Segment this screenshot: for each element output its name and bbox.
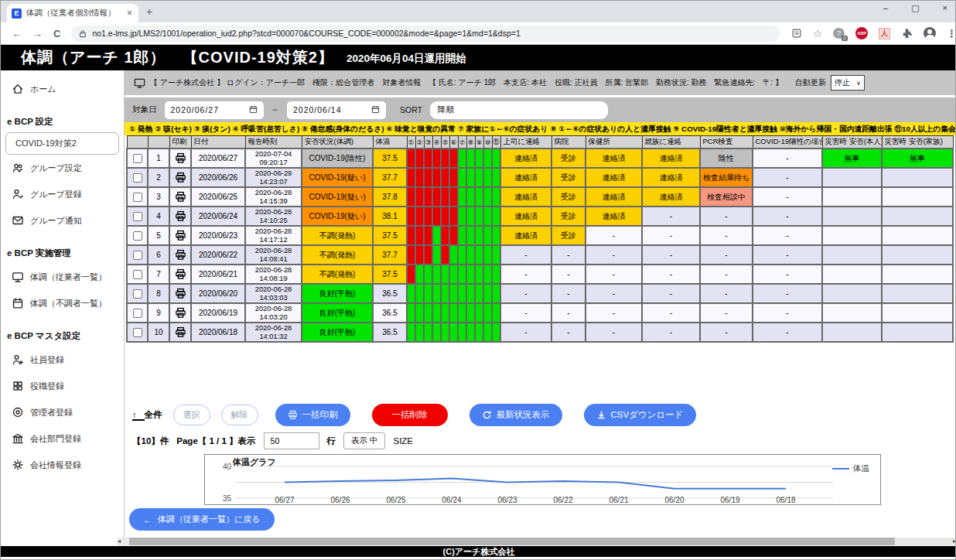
printer-icon[interactable] xyxy=(175,211,186,220)
printer-icon[interactable] xyxy=(175,172,186,181)
sidebar-item-admin-register[interactable]: 管理者登録 xyxy=(1,399,124,425)
hospital-cell: - xyxy=(551,303,586,323)
printer-icon[interactable] xyxy=(175,269,186,278)
csv-download-button[interactable]: CSVダウンロード xyxy=(584,404,696,426)
symptom-cell xyxy=(466,245,475,265)
bookmark-star-icon[interactable]: ☆ xyxy=(813,28,822,39)
sort-input[interactable]: 降順 xyxy=(430,101,608,119)
scroll-left-icon[interactable]: ◂ xyxy=(117,538,121,545)
table-header: 印刷日付報告時刻安否状況(体調)体温①②③④⑤⑥⑦⑧⑨⑩⑪上司に連絡病院保健所親… xyxy=(127,136,953,149)
row-checkbox[interactable] xyxy=(133,251,142,260)
symptom-cell xyxy=(449,284,458,303)
horizontal-scrollbar[interactable]: ◂ ▸ xyxy=(117,538,956,545)
column-header: 印刷 xyxy=(169,136,191,149)
nav-forward-icon[interactable]: → xyxy=(32,28,43,39)
sidebar-item-group-settings[interactable]: グループ設定 xyxy=(1,155,124,181)
back-to-list-button[interactable]: ← 体調（従業者一覧）に戻る xyxy=(129,508,275,531)
sidebar-item-home[interactable]: ホーム xyxy=(1,70,124,102)
page-subtitle: 2020年06月04日運用開始 xyxy=(347,52,466,66)
adblock-extension-icon[interactable]: ABP xyxy=(855,27,868,39)
sidebar-item-department-register[interactable]: 会社部門登録 xyxy=(1,425,124,452)
relatives-contact-cell: - xyxy=(642,303,700,323)
sidebar-item-covid19-taisaku2[interactable]: COVID-19対策2 xyxy=(5,132,119,155)
symptom-cell xyxy=(458,245,466,265)
sidebar-item-company-register[interactable]: 会社情報登録 xyxy=(1,452,124,478)
extensions-puzzle-icon[interactable] xyxy=(901,28,913,39)
symptom-cell xyxy=(483,187,492,207)
sidebar-item-health-sick-list[interactable]: 体調（不調者一覧） xyxy=(1,290,124,316)
sidebar-item-group-register[interactable]: グループ登録 xyxy=(1,181,124,207)
date-from-input[interactable]: 2020/06/27 xyxy=(165,101,264,119)
nav-refresh-icon[interactable]: C xyxy=(53,28,60,39)
window-close-icon[interactable]: × xyxy=(943,3,947,13)
window-maximize-icon[interactable]: ▢ xyxy=(911,3,919,13)
sidebar-item-employee-register[interactable]: 社員登録 xyxy=(1,347,124,373)
auto-update-select[interactable]: 停止 ∨ xyxy=(831,75,865,90)
row-checkbox[interactable] xyxy=(133,328,142,337)
page-title: 体調（アーチ 1郎） 【COVID-19対策2】 xyxy=(21,47,334,68)
row-checkbox[interactable] xyxy=(133,270,142,279)
printer-icon[interactable] xyxy=(175,289,186,297)
page-header: 体調（アーチ 1郎） 【COVID-19対策2】 2020年06月04日運用開始 xyxy=(1,45,956,70)
disaster-safety-family-cell: 無事 xyxy=(882,149,953,168)
pdf-extension-icon[interactable]: 人 xyxy=(879,28,890,39)
bookmark-apps-icon[interactable] xyxy=(791,28,802,39)
sidebar-item-group-notify[interactable]: グループ通知 xyxy=(1,207,124,234)
sidebar-item-health-employee-list[interactable]: 体調（従業者一覧） xyxy=(1,264,124,290)
browser-tab[interactable]: E 体調（従業者個別情報） × xyxy=(7,4,138,22)
deselect-all-button[interactable]: 解除 xyxy=(221,405,258,425)
symptom-cell xyxy=(415,187,424,207)
printer-icon[interactable] xyxy=(175,308,186,316)
row-checkbox[interactable] xyxy=(133,154,142,163)
browser-menu-icon[interactable]: ⋮ xyxy=(947,28,956,39)
symptom-cell xyxy=(441,149,449,168)
new-tab-button[interactable]: + xyxy=(146,5,152,18)
url-omnibox[interactable]: no1.e-lms.jp/LMS2/1001/operation_iud2.ph… xyxy=(71,26,780,42)
refresh-status-button[interactable]: 最新状況表示 xyxy=(469,404,562,426)
scrollbar-thumb[interactable] xyxy=(129,538,895,545)
row-checkbox[interactable] xyxy=(133,173,142,183)
select-all-button[interactable]: 選択 xyxy=(173,405,210,425)
mail-icon xyxy=(12,214,24,227)
row-checkbox[interactable] xyxy=(133,212,142,221)
chat-extension-icon[interactable]: ?0 xyxy=(833,28,845,39)
window-minimize-icon[interactable]: – xyxy=(883,3,888,13)
calendar-icon[interactable] xyxy=(371,105,380,115)
profile-avatar[interactable] xyxy=(924,27,936,39)
sidebar-item-role-register[interactable]: 役職登録 xyxy=(1,373,124,399)
tab-close-icon[interactable]: × xyxy=(125,8,134,19)
printer-icon[interactable] xyxy=(175,192,186,200)
status-cell: COVID-19(疑い) xyxy=(302,168,373,187)
date-cell: 2020/06/24 xyxy=(191,207,245,226)
symptom-cell xyxy=(449,149,458,168)
symptom-cell xyxy=(432,303,441,323)
symptom-column-header: ⑦ xyxy=(458,136,466,149)
printer-icon[interactable] xyxy=(175,327,186,336)
rows-per-page-input[interactable]: 50 xyxy=(264,432,319,449)
calendar-icon[interactable] xyxy=(249,105,258,115)
row-checkbox[interactable] xyxy=(133,289,142,299)
symptom-cell xyxy=(458,284,466,303)
date-to-input[interactable]: 2020/06/14 xyxy=(287,101,386,119)
row-checkbox[interactable] xyxy=(133,309,142,318)
printer-icon[interactable] xyxy=(175,230,186,239)
health-center-cell: - xyxy=(586,245,642,265)
printer-icon[interactable] xyxy=(175,153,186,162)
health-center-cell: - xyxy=(586,284,642,303)
symptom-cell xyxy=(492,226,500,245)
filter-bar: 対象日 2020/06/27 ～ 2020/06/14 SORT 降順 xyxy=(125,97,956,122)
printer-icon[interactable] xyxy=(175,250,186,258)
date-cell: 2020/06/21 xyxy=(191,265,245,284)
symptom-legend-bar: ① 発熱 ② 咳(セキ) ③ 痰(タン) ④ 呼吸苦(息苦しさ) ⑤ 倦怠感(身… xyxy=(125,122,956,135)
column-header: 保健所 xyxy=(586,136,642,149)
batch-print-button[interactable]: 一括印刷 xyxy=(275,404,350,426)
scroll-right-icon[interactable]: ▸ xyxy=(952,538,956,545)
batch-delete-button[interactable]: 一括削除 xyxy=(372,404,448,426)
nav-back-icon[interactable]: ← xyxy=(12,28,22,39)
row-checkbox[interactable] xyxy=(133,231,142,241)
display-state-button[interactable]: 表示 中 xyxy=(343,432,385,449)
row-checkbox[interactable] xyxy=(133,193,142,202)
symptom-cell xyxy=(432,226,441,245)
symptom-column-header: ⑪ xyxy=(492,136,500,149)
symptom-cell xyxy=(441,284,449,303)
